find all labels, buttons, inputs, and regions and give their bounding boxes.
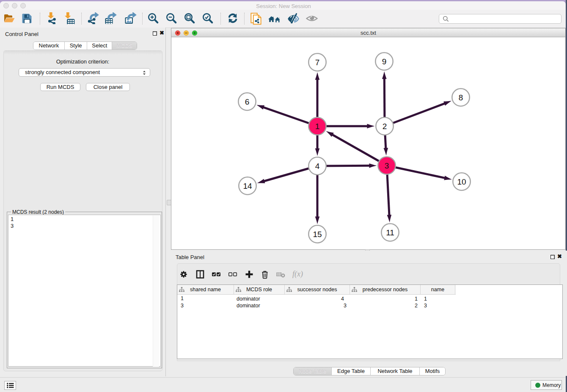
svg-text:3: 3: [385, 161, 389, 170]
svg-text:11: 11: [386, 228, 394, 237]
svg-text:8: 8: [459, 93, 463, 102]
svg-text:7: 7: [315, 58, 320, 67]
svg-text:2: 2: [383, 122, 387, 131]
svg-text:15: 15: [313, 230, 322, 239]
svg-text:6: 6: [245, 97, 250, 106]
svg-text:1: 1: [315, 122, 320, 131]
svg-text:10: 10: [457, 177, 466, 186]
svg-text:4: 4: [315, 162, 320, 171]
svg-text:9: 9: [382, 57, 387, 66]
svg-text:14: 14: [243, 182, 252, 190]
